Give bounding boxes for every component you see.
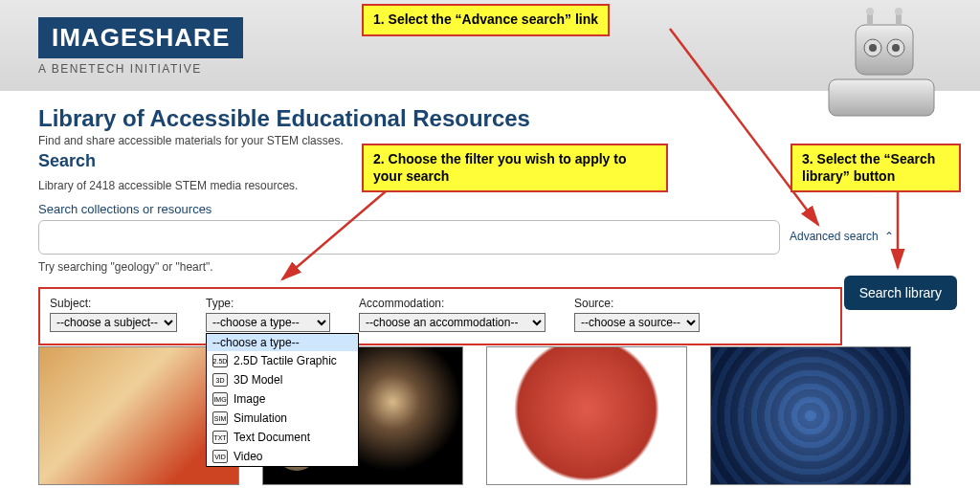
source-select[interactable]: --choose a source--: [574, 313, 700, 332]
logo-block: IMAGESHARE A BENETECH INITIATIVE: [38, 17, 243, 76]
chevron-up-icon: ⌃: [884, 230, 894, 243]
type-option-label: Simulation: [234, 411, 287, 425]
callout-step2: 2. Choose the filter you wish to apply t…: [362, 144, 668, 192]
svg-point-4: [869, 44, 877, 52]
svg-point-8: [866, 8, 874, 15]
subject-label: Subject:: [50, 297, 177, 310]
advanced-search-text: Advanced search: [790, 230, 879, 243]
type-label: Type:: [206, 297, 330, 310]
type-option[interactable]: 2.5D2.5D Tactile Graphic: [207, 351, 358, 370]
type-option-icon: TXT: [212, 431, 228, 444]
logo-main: IMAGESHARE: [38, 17, 243, 58]
accommodation-label: Accommodation:: [359, 297, 546, 310]
type-option-label: Image: [234, 392, 265, 406]
featured-collections-row: [38, 346, 961, 485]
collection-card[interactable]: [486, 346, 687, 485]
collection-card[interactable]: [710, 346, 911, 485]
type-option-label: 3D Model: [234, 373, 282, 387]
type-option[interactable]: TXTText Document: [207, 428, 358, 447]
type-option[interactable]: IMGImage: [207, 389, 358, 409]
accommodation-select[interactable]: --choose an accommodation--: [359, 313, 546, 332]
search-library-button[interactable]: Search library: [844, 276, 957, 310]
search-input[interactable]: [38, 220, 780, 255]
type-option-icon: 2.5D: [212, 354, 228, 367]
logo-subtitle: A BENETECH INITIATIVE: [38, 62, 243, 76]
type-select[interactable]: --choose a type--: [206, 313, 330, 332]
type-option-label: Video: [234, 450, 262, 463]
type-option-icon: IMG: [212, 392, 228, 406]
subject-select[interactable]: --choose a subject--: [50, 313, 177, 332]
page-title: Library of Accessible Educational Resour…: [38, 105, 961, 132]
type-option-icon: SIM: [212, 411, 228, 425]
type-option-label: 2.5D Tactile Graphic: [234, 354, 337, 367]
type-option[interactable]: SIMSimulation: [207, 409, 358, 428]
type-option-label: Text Document: [234, 431, 310, 444]
type-dropdown: --choose a type-- 2.5D2.5D Tactile Graph…: [206, 333, 359, 467]
type-option[interactable]: VIDVideo: [207, 447, 358, 466]
type-option-icon: VID: [212, 450, 228, 463]
svg-point-5: [892, 44, 900, 52]
advanced-search-link[interactable]: Advanced search ⌃: [790, 230, 894, 243]
type-option[interactable]: 3D3D Model: [207, 370, 358, 389]
callout-step3: 3. Select the “Search library” button: [791, 144, 961, 192]
advanced-filters: Subject: --choose a subject-- Type: --ch…: [38, 287, 842, 345]
svg-point-9: [895, 8, 902, 15]
search-label: Search collections or resources: [38, 202, 961, 216]
type-dropdown-header[interactable]: --choose a type--: [207, 334, 358, 351]
callout-step1: 1. Select the “Advance search” link: [362, 4, 610, 36]
type-option-icon: 3D: [212, 373, 228, 387]
try-suggestion: Try searching "geology" or "heart".: [38, 260, 961, 274]
source-label: Source:: [574, 297, 700, 310]
